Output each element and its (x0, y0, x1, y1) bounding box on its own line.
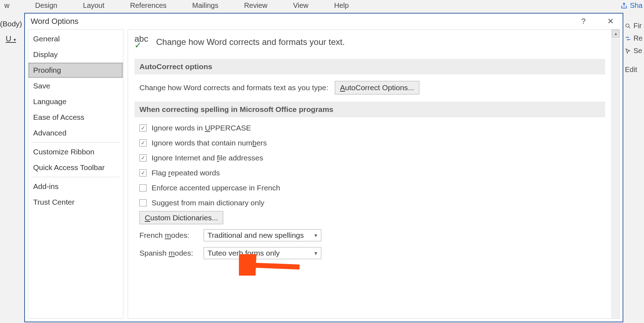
help-icon[interactable]: ? (577, 17, 590, 26)
sidebar-item-quick-access-toolbar[interactable]: Quick Access Toolbar (28, 160, 123, 175)
ribbon-item[interactable]: Mailings (192, 1, 218, 10)
sidebar-item-customize-ribbon[interactable]: Customize Ribbon (28, 144, 123, 160)
svg-point-0 (626, 24, 629, 27)
checkbox[interactable] (139, 199, 147, 206)
search-icon (625, 23, 631, 29)
spanish-modes-select[interactable]: Tuteo verb forms only▼ (204, 247, 321, 259)
checkbox[interactable]: ✓ (139, 139, 147, 147)
checkbox[interactable]: ✓ (139, 169, 147, 176)
checkbox-row: ✓Ignore words in UPPERCASE (139, 124, 605, 132)
sidebar-item-trust-center[interactable]: Trust Center (28, 194, 123, 210)
ribbon-item[interactable]: Review (244, 1, 267, 10)
proofing-icon: abc ✓ (134, 35, 148, 50)
sidebar-item-proofing[interactable]: Proofing (28, 62, 123, 78)
french-modes-select[interactable]: Traditional and new spellings▼ (204, 229, 321, 241)
checkbox-row: Enforce accented uppercase in French (139, 184, 605, 192)
word-options-dialog: Word Options ? ✕ General Display Proofin… (24, 13, 623, 322)
ribbon-menu: w Design Layout References Mailings Revi… (0, 0, 644, 11)
ribbon-item[interactable]: Help (334, 1, 349, 10)
scroll-up-icon[interactable]: ▴ (612, 30, 619, 37)
sidebar-item-display[interactable]: Display (28, 47, 123, 62)
share-button-fragment[interactable]: Sha (619, 0, 644, 11)
checkbox-row: ✓Ignore Internet and file addresses (139, 154, 605, 162)
checkbox-label: Suggest from main dictionary only (152, 199, 264, 207)
ribbon-item[interactable]: View (293, 1, 308, 10)
checkbox[interactable]: ✓ (139, 154, 147, 162)
sidebar-item-save[interactable]: Save (28, 78, 123, 94)
underline-button-fragment[interactable]: U ▾ (6, 34, 16, 43)
options-sidebar: General Display Proofing Save Language E… (28, 29, 123, 319)
scrollbar[interactable]: ▴ (612, 30, 619, 318)
custom-dictionaries-button[interactable]: Custom Dictionaries... (139, 211, 223, 224)
checkbox-label: Ignore words in UPPERCASE (152, 124, 251, 132)
checkbox-label: Enforce accented uppercase in French (152, 184, 280, 192)
checkbox[interactable]: ✓ (139, 124, 147, 132)
chevron-down-icon: ▼ (313, 251, 318, 256)
sidebar-item-add-ins[interactable]: Add-ins (28, 179, 123, 194)
french-modes-label: French modes: (139, 231, 196, 240)
dialog-titlebar: Word Options ? ✕ (25, 14, 623, 29)
section-autocorrect: AutoCorrect options (134, 59, 605, 75)
page-subtitle: Change how Word corrects and formats you… (156, 37, 345, 47)
sidebar-item-advanced[interactable]: Advanced (28, 125, 123, 141)
font-body-fragment: (Body) (0, 20, 22, 28)
ribbon-item[interactable]: References (130, 1, 167, 10)
checkbox-label: Ignore words that contain numbers (152, 139, 267, 147)
checkbox-label: Ignore Internet and file addresses (152, 154, 263, 162)
checkbox-row: ✓Ignore words that contain numbers (139, 139, 605, 147)
right-pane-fragments: Fir Re Se Edit (623, 20, 644, 76)
cursor-icon (625, 48, 631, 54)
checkbox-row: Suggest from main dictionary only (139, 199, 605, 207)
ribbon-item[interactable]: Layout (83, 1, 104, 10)
autocorrect-options-button[interactable]: AutoCorrect Options... (335, 81, 420, 94)
checkbox[interactable] (139, 184, 147, 191)
ribbon-item[interactable]: w (4, 1, 9, 10)
spanish-modes-label: Spanish modes: (139, 249, 196, 257)
autocorrect-desc: Change how Word corrects and formats tex… (139, 83, 328, 92)
checkbox-label: Flag repeated words (152, 169, 220, 177)
ribbon-item[interactable]: Design (35, 1, 57, 10)
options-content: abc ✓ Change how Word corrects and forma… (128, 30, 612, 318)
chevron-down-icon: ▼ (313, 233, 318, 238)
share-icon (620, 2, 628, 9)
checkbox-row: ✓Flag repeated words (139, 169, 605, 177)
sidebar-item-ease-of-access[interactable]: Ease of Access (28, 109, 123, 125)
replace-icon (625, 35, 631, 42)
sidebar-item-general[interactable]: General (28, 31, 123, 47)
section-spelling: When correcting spelling in Microsoft Of… (134, 102, 605, 117)
close-icon[interactable]: ✕ (604, 17, 617, 26)
sidebar-item-language[interactable]: Language (28, 94, 123, 109)
dialog-title: Word Options (31, 17, 78, 26)
